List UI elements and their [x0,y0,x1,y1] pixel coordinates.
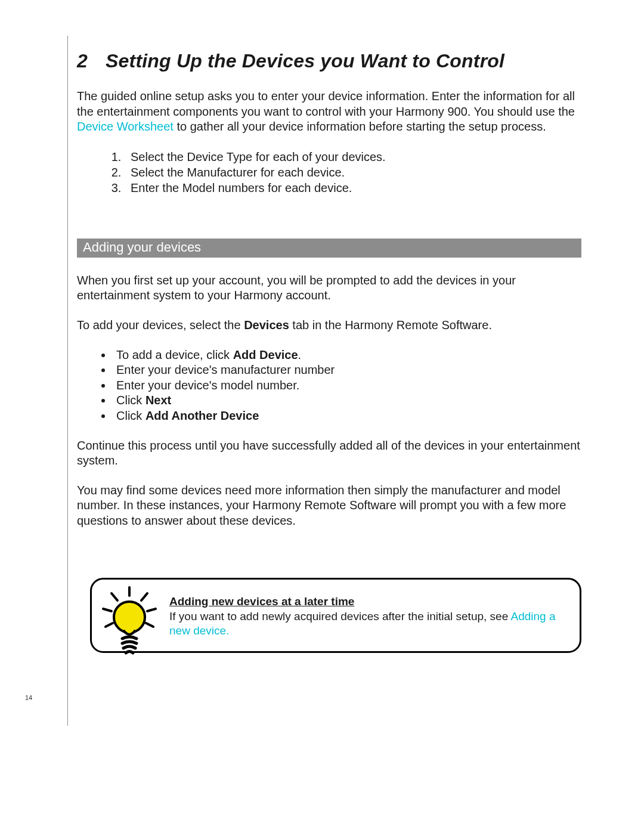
svg-line-6 [146,623,153,627]
list-item: Click Next [113,393,581,408]
tip-title: Adding new devices at a later time [169,595,568,608]
list-item: Click Add Another Device [113,408,581,424]
bold-text: Add Another Device [145,409,259,422]
svg-point-7 [114,602,145,633]
step-item: Select the Manufacturer for each device. [125,165,581,180]
text: Click [116,394,145,407]
left-margin-rule [67,36,68,726]
text: . [298,348,302,361]
manual-page: 2Setting Up the Devices you Want to Cont… [0,0,644,833]
svg-line-1 [112,593,117,600]
text: To add a device, click [116,348,233,361]
paragraph: Continue this process until you have suc… [77,438,581,469]
text: tab in the Harmony Remote Software. [289,318,492,332]
paragraph: To add your devices, select the Devices … [77,318,581,333]
svg-line-2 [141,593,147,600]
list-item: Enter your device's model number. [113,378,581,394]
text: To add your devices, select the [77,318,244,332]
section-number: 2 [77,50,106,72]
section-title-text: Setting Up the Devices you Want to Contr… [106,50,504,72]
text: If you want to add newly acquired device… [169,610,510,623]
intro-text-post: to gather all your device information be… [174,120,546,133]
step-item: Select the Device Type for each of your … [125,149,581,165]
list-item: To add a device, click Add Device. [113,348,581,363]
text: Click [116,409,145,422]
numbered-steps: Select the Device Type for each of your … [100,149,581,196]
bold-text: Devices [244,318,289,332]
lightbulb-icon [100,586,159,658]
intro-text-pre: The guided online setup asks you to ente… [77,89,575,118]
svg-line-5 [106,623,113,627]
page-number: 14 [25,694,32,701]
section-heading: 2Setting Up the Devices you Want to Cont… [77,50,581,72]
tip-body: If you want to add newly acquired device… [169,610,555,637]
tip-callout: Adding new devices at a later time If yo… [77,578,581,654]
subsection-bar: Adding your devices [77,239,581,258]
page-content: 2Setting Up the Devices you Want to Cont… [77,50,581,653]
paragraph: When you first set up your account, you … [77,273,581,304]
bullet-list: To add a device, click Add Device. Enter… [101,348,581,424]
bold-text: Add Device [233,348,298,361]
list-item: Enter your device's manufacturer number [113,363,581,378]
device-worksheet-link[interactable]: Device Worksheet [77,120,174,133]
svg-line-4 [147,609,156,611]
intro-paragraph: The guided online setup asks you to ente… [77,89,581,135]
paragraph: You may find some devices need more info… [77,483,581,529]
svg-line-3 [103,609,112,611]
step-item: Enter the Model numbers for each device. [125,180,581,196]
tip-box: Adding new devices at a later time If yo… [90,578,581,654]
bold-text: Next [145,394,171,407]
